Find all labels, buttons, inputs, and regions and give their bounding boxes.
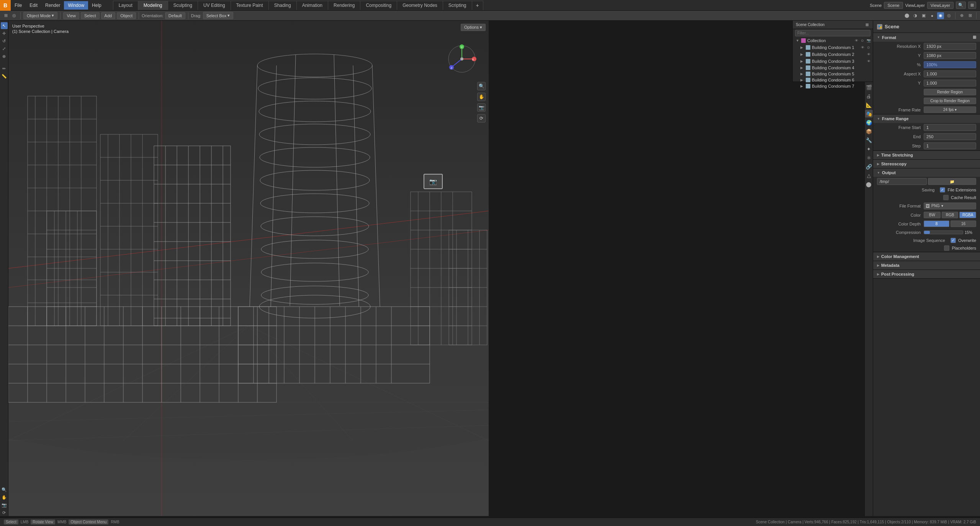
frame-start-input[interactable] — [924, 124, 976, 131]
snap-icon[interactable]: ⊞ — [967, 12, 973, 19]
object-btn[interactable]: Object — [117, 12, 136, 19]
output-path-input[interactable] — [877, 178, 927, 185]
measure-tool[interactable]: 📏 — [1, 73, 8, 80]
menu-render[interactable]: Render — [41, 1, 64, 10]
aspect-y-value[interactable] — [924, 80, 976, 87]
outliner-options-btn[interactable]: ⊞ — [864, 22, 870, 27]
disable-btn[interactable]: ⊙ — [860, 38, 865, 43]
scale-tool[interactable]: ⤢ — [1, 45, 8, 52]
format-section-header[interactable]: ▼ Format ⊞ — [873, 33, 980, 42]
aspect-x-value[interactable] — [924, 70, 976, 77]
frame-end-value[interactable] — [924, 133, 976, 140]
viewport-rendered-icon[interactable]: ◎ — [946, 12, 952, 19]
select-btn[interactable]: Select — [81, 12, 100, 19]
nav-camera[interactable]: 📷 — [1, 501, 8, 508]
compression-slider[interactable]: 15% — [924, 230, 976, 235]
menu-edit[interactable]: Edit — [26, 1, 41, 10]
format-menu-btn[interactable]: ⊞ — [973, 35, 976, 40]
view-btn[interactable]: View — [63, 12, 79, 19]
frame-range-header[interactable]: ▼ Frame Range — [873, 114, 980, 123]
outliner-item-4[interactable]: ▶ Building Condomium 4 — [793, 65, 873, 71]
prop-render-icon[interactable]: 🎬 — [865, 83, 873, 91]
resolution-pct-value[interactable] — [924, 61, 976, 68]
frame-end-input[interactable] — [924, 133, 976, 140]
tab-compositing[interactable]: Compositing — [360, 1, 397, 10]
color-rgb-btn[interactable]: RGB — [942, 212, 959, 218]
prop-data-icon[interactable]: △ — [865, 172, 873, 179]
object-mode-dropdown[interactable]: Object Mode ▾ — [23, 12, 57, 19]
resolution-x-value[interactable] — [924, 43, 976, 50]
nav-orbit[interactable]: ⟳ — [1, 509, 8, 516]
color-management-header[interactable]: ▶ Color Management — [873, 252, 980, 261]
stereoscopy-header[interactable]: ▶ Stereoscopy — [873, 160, 980, 168]
search-btn[interactable]: 🔍 — [956, 2, 966, 9]
tab-rendering[interactable]: Rendering — [328, 1, 360, 10]
resolution-y-input[interactable] — [924, 52, 976, 59]
tab-texture-paint[interactable]: Texture Paint — [231, 1, 269, 10]
frame-rate-dropdown[interactable]: 24 fps ▾ — [924, 106, 976, 113]
file-format-dropdown[interactable]: 🖼 PNG ▾ — [924, 203, 976, 209]
aspect-x-input[interactable] — [924, 70, 976, 77]
outliner-search[interactable] — [795, 30, 870, 36]
zoom-out-btn[interactable]: ✋ — [477, 93, 486, 101]
viewport-material-icon[interactable]: ◉ — [937, 12, 944, 19]
outliner-item-3[interactable]: ▶ Building Condomium 3 👁 — [793, 58, 873, 65]
color-rgba-btn[interactable]: RGBA — [959, 212, 976, 218]
hide-btn[interactable]: 👁 — [854, 38, 859, 43]
navigation-gizmo[interactable]: X Y Z — [447, 44, 477, 74]
viewport-overlay-icon[interactable]: ◑ — [912, 12, 919, 19]
file-extensions-checkbox[interactable] — [940, 187, 945, 193]
prop-view-layer-icon[interactable]: 📐 — [865, 101, 873, 109]
placeholders-checkbox[interactable] — [944, 245, 949, 251]
overwrite-checkbox[interactable] — [951, 238, 956, 243]
post-processing-header[interactable]: ▶ Post Processing — [873, 270, 980, 278]
toolbar-icon-1[interactable]: ⊞ — [2, 12, 9, 19]
prop-constraints-icon[interactable]: 🔗 — [865, 163, 873, 170]
drag-select-box[interactable]: Select Box ▾ — [203, 12, 234, 19]
frame-step-value[interactable] — [924, 142, 976, 149]
scene-selector[interactable]: Scene — [884, 2, 903, 9]
hide-btn[interactable]: 👁 — [860, 45, 865, 50]
options-button[interactable]: Options ▾ — [461, 24, 486, 31]
toolbar-icon-2[interactable]: ◎ — [11, 12, 18, 19]
prop-particles-icon[interactable]: ✦ — [865, 145, 873, 153]
annotate-tool[interactable]: ✏ — [1, 65, 8, 72]
hide-btn[interactable]: 👁 — [866, 59, 871, 64]
render-btn[interactable]: 📷 — [866, 38, 871, 43]
viewport-solid-icon[interactable]: ● — [929, 12, 936, 19]
resolution-pct-input[interactable] — [924, 61, 976, 68]
tab-uv-editing[interactable]: UV Editing — [198, 1, 231, 10]
tab-geometry-nodes[interactable]: Geometry Nodes — [397, 1, 443, 10]
outliner-item-1[interactable]: ▶ Building Condomium 1 👁 ⊙ — [793, 44, 873, 51]
resolution-y-value[interactable] — [924, 52, 976, 59]
tab-add[interactable]: + — [472, 1, 483, 10]
move-tool[interactable]: ✛ — [1, 30, 8, 37]
orbit-btn[interactable]: ⟳ — [477, 114, 486, 123]
transform-tool[interactable]: ⊕ — [1, 53, 8, 60]
global-transform-icon[interactable]: ⊕ — [958, 12, 965, 19]
menu-window[interactable]: Window — [64, 1, 88, 10]
prop-world-icon[interactable]: 🌍 — [865, 119, 873, 126]
outliner-item-5[interactable]: ▶ Building Condomium 5 — [793, 71, 873, 77]
viewport-shading-icon[interactable]: ⬤ — [903, 12, 910, 19]
cursor-tool[interactable]: ↖ — [1, 22, 8, 29]
tab-scripting[interactable]: Scripting — [443, 1, 472, 10]
prop-output-icon[interactable]: 🖨 — [865, 92, 873, 100]
file-format-value[interactable]: 🖼 PNG ▾ — [924, 203, 976, 209]
depth-16-btn[interactable]: 16 — [951, 221, 976, 227]
color-bw-btn[interactable]: BW — [924, 212, 941, 218]
prop-material-icon[interactable]: ⬤ — [865, 180, 873, 188]
camera-view-btn[interactable]: 📷 — [477, 103, 486, 112]
nav-zoom-in[interactable]: 🔍 — [1, 486, 8, 493]
viewlayer-selector[interactable]: ViewLayer — [927, 2, 954, 9]
compression-slider-bar[interactable] — [924, 230, 963, 234]
tab-sculpting[interactable]: Sculpting — [168, 1, 198, 10]
aspect-y-input[interactable] — [924, 80, 976, 87]
menu-file[interactable]: File — [11, 1, 26, 10]
output-section-header[interactable]: ▼ Output — [873, 168, 980, 177]
hide-btn[interactable]: 👁 — [866, 52, 871, 57]
outliner-item-7[interactable]: ▶ Building Condomium 7 — [793, 83, 873, 89]
main-viewport[interactable]: 📷 User Perspective (1) Scene Collection … — [8, 21, 489, 516]
zoom-in-btn[interactable]: 🔍 — [477, 82, 486, 90]
frame-rate-value[interactable]: 24 fps ▾ — [924, 106, 976, 113]
